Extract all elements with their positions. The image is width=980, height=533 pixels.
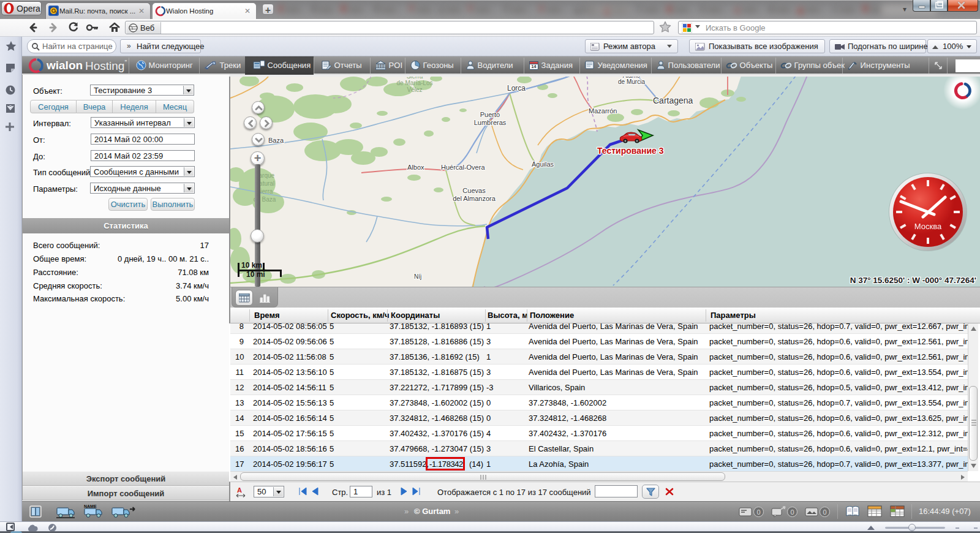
svg-text:Lumbreras: Lumbreras — [474, 119, 507, 126]
svg-text:del Almanzora: del Almanzora — [453, 195, 496, 202]
svg-text:Vélez: Vélez — [407, 86, 422, 93]
svg-text:A: A — [237, 486, 242, 494]
svg-text:Albox: Albox — [407, 164, 424, 171]
svg-text:Huércal-Overa: Huércal-Overa — [441, 164, 485, 171]
svg-text:14: 14 — [532, 64, 537, 69]
svg-text:N 37° 15.6250' : W -000° 47.72: N 37° 15.6250' : W -000° 47.7264' — [850, 276, 976, 285]
svg-text:Puerto: Puerto — [480, 111, 500, 118]
svg-text:Тестирование 3: Тестирование 3 — [597, 146, 664, 156]
svg-text:de María-Los: de María-Los — [397, 80, 433, 86]
svg-text:NAME: NAME — [84, 504, 97, 508]
svg-text:Lorca: Lorca — [507, 84, 526, 93]
svg-text:Москва: Москва — [914, 222, 942, 231]
svg-text:de Murcia: de Murcia — [618, 78, 645, 85]
svg-text:Mazarrón: Mazarrón — [589, 107, 617, 115]
svg-text:Níj: Níj — [414, 273, 421, 280]
svg-text:Águilas: Águilas — [532, 161, 554, 168]
svg-text:Baza: Baza — [268, 137, 284, 144]
svg-text:Cuevas: Cuevas — [462, 187, 486, 194]
svg-text:Cartagena: Cartagena — [653, 96, 693, 105]
